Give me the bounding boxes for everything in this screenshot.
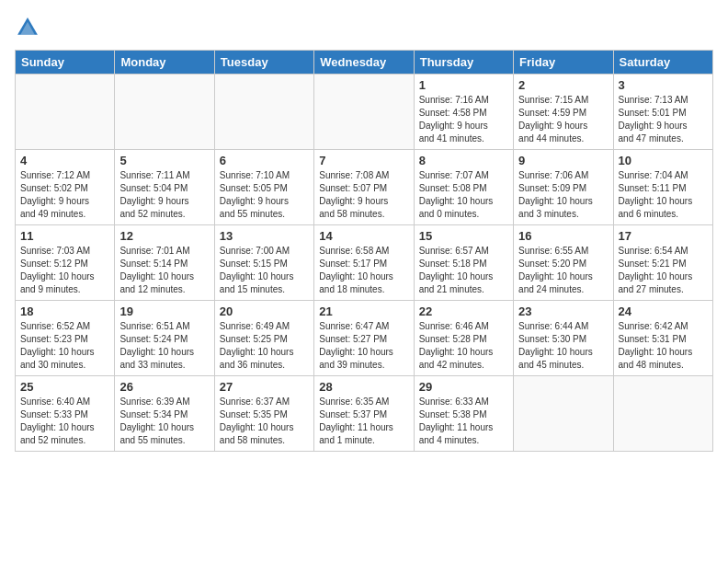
calendar-cell: 15Sunrise: 6:57 AM Sunset: 5:18 PM Dayli…: [414, 225, 513, 301]
day-info: Sunrise: 7:00 AM Sunset: 5:15 PM Dayligh…: [220, 245, 309, 296]
calendar-cell: 29Sunrise: 6:33 AM Sunset: 5:38 PM Dayli…: [414, 376, 513, 452]
day-number: 8: [419, 154, 508, 167]
weekday-header-friday: Friday: [514, 51, 613, 75]
day-info: Sunrise: 6:39 AM Sunset: 5:34 PM Dayligh…: [119, 396, 209, 447]
day-info: Sunrise: 6:47 AM Sunset: 5:27 PM Dayligh…: [319, 320, 408, 372]
day-number: 3: [619, 78, 708, 92]
calendar-week-5: 25Sunrise: 6:40 AM Sunset: 5:33 PM Dayli…: [16, 376, 713, 452]
day-info: Sunrise: 6:33 AM Sunset: 5:38 PM Dayligh…: [419, 396, 508, 447]
calendar-cell: 7Sunrise: 7:08 AM Sunset: 5:07 PM Daylig…: [314, 150, 414, 225]
day-info: Sunrise: 6:55 AM Sunset: 5:20 PM Dayligh…: [518, 245, 608, 296]
calendar-cell: [514, 376, 613, 452]
logo: [15, 15, 44, 40]
calendar-cell: 2Sunrise: 7:15 AM Sunset: 4:59 PM Daylig…: [514, 75, 613, 150]
calendar-cell: [16, 75, 115, 150]
day-info: Sunrise: 6:51 AM Sunset: 5:24 PM Dayligh…: [119, 320, 209, 372]
calendar-cell: 14Sunrise: 6:58 AM Sunset: 5:17 PM Dayli…: [314, 225, 414, 301]
day-number: 13: [220, 229, 309, 243]
day-number: 15: [419, 229, 508, 243]
day-info: Sunrise: 7:11 AM Sunset: 5:04 PM Dayligh…: [119, 169, 209, 221]
calendar-cell: 5Sunrise: 7:11 AM Sunset: 5:04 PM Daylig…: [115, 150, 214, 225]
day-number: 4: [20, 154, 109, 167]
day-number: 24: [619, 304, 708, 318]
logo-icon: [15, 15, 40, 40]
calendar-cell: 1Sunrise: 7:16 AM Sunset: 4:58 PM Daylig…: [414, 75, 513, 150]
day-number: 18: [20, 304, 109, 318]
calendar-cell: 21Sunrise: 6:47 AM Sunset: 5:27 PM Dayli…: [314, 301, 414, 376]
calendar-cell: [214, 75, 313, 150]
calendar-cell: 8Sunrise: 7:07 AM Sunset: 5:08 PM Daylig…: [414, 150, 513, 225]
weekday-header-monday: Monday: [115, 51, 214, 75]
day-info: Sunrise: 6:58 AM Sunset: 5:17 PM Dayligh…: [319, 245, 408, 296]
calendar-cell: 28Sunrise: 6:35 AM Sunset: 5:37 PM Dayli…: [314, 376, 414, 452]
day-info: Sunrise: 7:16 AM Sunset: 4:58 PM Dayligh…: [419, 94, 508, 145]
day-number: 11: [20, 229, 109, 243]
weekday-header-sunday: Sunday: [16, 51, 115, 75]
day-info: Sunrise: 7:03 AM Sunset: 5:12 PM Dayligh…: [20, 245, 109, 296]
day-info: Sunrise: 7:15 AM Sunset: 4:59 PM Dayligh…: [518, 94, 608, 145]
day-number: 22: [419, 304, 508, 318]
calendar-week-1: 1Sunrise: 7:16 AM Sunset: 4:58 PM Daylig…: [16, 75, 713, 150]
day-number: 2: [518, 78, 608, 92]
day-number: 7: [319, 154, 408, 167]
calendar-cell: 20Sunrise: 6:49 AM Sunset: 5:25 PM Dayli…: [214, 301, 313, 376]
calendar-cell: 6Sunrise: 7:10 AM Sunset: 5:05 PM Daylig…: [214, 150, 313, 225]
calendar-header-row: SundayMondayTuesdayWednesdayThursdayFrid…: [16, 51, 713, 75]
day-number: 26: [119, 380, 209, 394]
page-header: [15, 15, 713, 40]
calendar-table: SundayMondayTuesdayWednesdayThursdayFrid…: [15, 50, 713, 452]
calendar-cell: 12Sunrise: 7:01 AM Sunset: 5:14 PM Dayli…: [115, 225, 214, 301]
calendar-cell: 11Sunrise: 7:03 AM Sunset: 5:12 PM Dayli…: [16, 225, 115, 301]
day-number: 19: [119, 304, 209, 318]
day-info: Sunrise: 6:37 AM Sunset: 5:35 PM Dayligh…: [220, 396, 309, 447]
calendar-cell: 13Sunrise: 7:00 AM Sunset: 5:15 PM Dayli…: [214, 225, 313, 301]
calendar-cell: 17Sunrise: 6:54 AM Sunset: 5:21 PM Dayli…: [613, 225, 712, 301]
day-number: 1: [419, 78, 508, 92]
calendar-cell: 16Sunrise: 6:55 AM Sunset: 5:20 PM Dayli…: [514, 225, 613, 301]
calendar-cell: 26Sunrise: 6:39 AM Sunset: 5:34 PM Dayli…: [115, 376, 214, 452]
day-info: Sunrise: 6:49 AM Sunset: 5:25 PM Dayligh…: [220, 320, 309, 372]
day-number: 28: [319, 380, 408, 394]
weekday-header-tuesday: Tuesday: [214, 51, 313, 75]
day-info: Sunrise: 6:35 AM Sunset: 5:37 PM Dayligh…: [319, 396, 408, 447]
day-info: Sunrise: 7:07 AM Sunset: 5:08 PM Dayligh…: [419, 169, 508, 221]
calendar-cell: 19Sunrise: 6:51 AM Sunset: 5:24 PM Dayli…: [115, 301, 214, 376]
day-number: 12: [119, 229, 209, 243]
day-info: Sunrise: 7:08 AM Sunset: 5:07 PM Dayligh…: [319, 169, 408, 221]
day-info: Sunrise: 7:04 AM Sunset: 5:11 PM Dayligh…: [619, 169, 708, 221]
day-number: 25: [20, 380, 109, 394]
day-info: Sunrise: 6:46 AM Sunset: 5:28 PM Dayligh…: [419, 320, 508, 372]
day-number: 23: [518, 304, 608, 318]
day-info: Sunrise: 7:13 AM Sunset: 5:01 PM Dayligh…: [619, 94, 708, 145]
day-number: 29: [419, 380, 508, 394]
weekday-header-saturday: Saturday: [613, 51, 712, 75]
calendar-cell: [115, 75, 214, 150]
calendar-cell: 22Sunrise: 6:46 AM Sunset: 5:28 PM Dayli…: [414, 301, 513, 376]
day-number: 27: [220, 380, 309, 394]
calendar-cell: 25Sunrise: 6:40 AM Sunset: 5:33 PM Dayli…: [16, 376, 115, 452]
day-info: Sunrise: 6:44 AM Sunset: 5:30 PM Dayligh…: [518, 320, 608, 372]
day-info: Sunrise: 7:12 AM Sunset: 5:02 PM Dayligh…: [20, 169, 109, 221]
calendar-cell: 27Sunrise: 6:37 AM Sunset: 5:35 PM Dayli…: [214, 376, 313, 452]
calendar-cell: 3Sunrise: 7:13 AM Sunset: 5:01 PM Daylig…: [613, 75, 712, 150]
day-info: Sunrise: 7:01 AM Sunset: 5:14 PM Dayligh…: [119, 245, 209, 296]
day-info: Sunrise: 6:52 AM Sunset: 5:23 PM Dayligh…: [20, 320, 109, 372]
calendar-week-2: 4Sunrise: 7:12 AM Sunset: 5:02 PM Daylig…: [16, 150, 713, 225]
day-number: 14: [319, 229, 408, 243]
day-number: 5: [119, 154, 209, 167]
calendar-week-4: 18Sunrise: 6:52 AM Sunset: 5:23 PM Dayli…: [16, 301, 713, 376]
calendar-cell: 24Sunrise: 6:42 AM Sunset: 5:31 PM Dayli…: [613, 301, 712, 376]
day-number: 16: [518, 229, 608, 243]
weekday-header-thursday: Thursday: [414, 51, 513, 75]
day-number: 17: [619, 229, 708, 243]
day-info: Sunrise: 6:57 AM Sunset: 5:18 PM Dayligh…: [419, 245, 508, 296]
calendar-week-3: 11Sunrise: 7:03 AM Sunset: 5:12 PM Dayli…: [16, 225, 713, 301]
day-number: 6: [220, 154, 309, 167]
weekday-header-wednesday: Wednesday: [314, 51, 414, 75]
calendar-cell: 4Sunrise: 7:12 AM Sunset: 5:02 PM Daylig…: [16, 150, 115, 225]
calendar-cell: 18Sunrise: 6:52 AM Sunset: 5:23 PM Dayli…: [16, 301, 115, 376]
day-info: Sunrise: 7:10 AM Sunset: 5:05 PM Dayligh…: [220, 169, 309, 221]
day-info: Sunrise: 6:42 AM Sunset: 5:31 PM Dayligh…: [619, 320, 708, 372]
day-info: Sunrise: 6:54 AM Sunset: 5:21 PM Dayligh…: [619, 245, 708, 296]
day-number: 21: [319, 304, 408, 318]
